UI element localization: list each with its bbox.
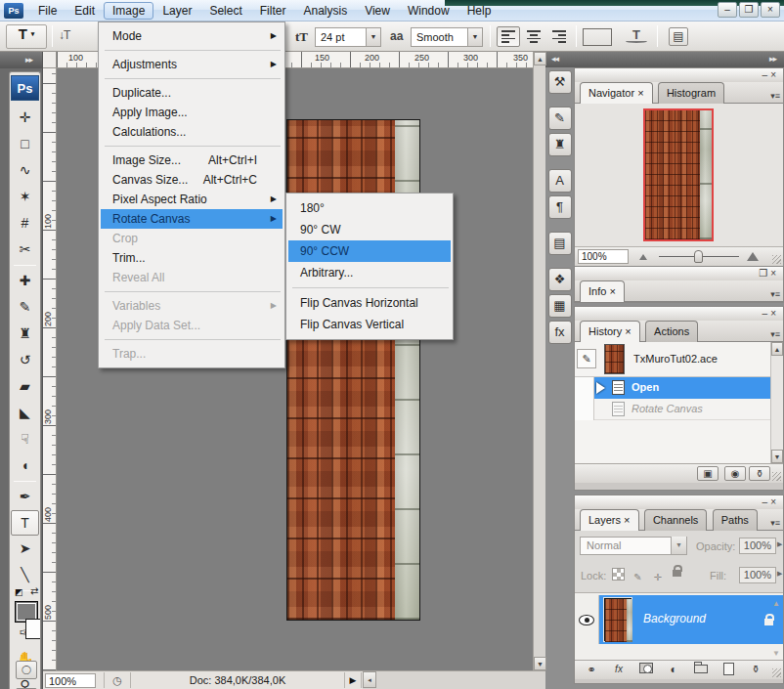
toggle-palettes-icon[interactable]: ▤ bbox=[669, 27, 688, 46]
scroll-left-icon[interactable]: ◂ bbox=[363, 671, 376, 688]
tool-line[interactable]: ╲ bbox=[10, 562, 40, 588]
submenu-item-arbitrary[interactable]: Arbitrary... bbox=[288, 262, 451, 283]
tool-dodge[interactable]: ◖ bbox=[10, 452, 40, 479]
menu-item-duplicate[interactable]: Duplicate... bbox=[101, 83, 283, 103]
tool-gradient[interactable]: ◣ bbox=[10, 400, 40, 426]
close-panel-icon[interactable]: × bbox=[770, 268, 779, 279]
align-right-button[interactable] bbox=[547, 26, 571, 47]
tool-slice[interactable]: ✂ bbox=[10, 237, 40, 263]
maximize-panel-icon[interactable]: ❐ bbox=[759, 268, 770, 279]
restore-button[interactable]: ❐ bbox=[739, 2, 759, 18]
scroll-down-icon[interactable]: ▼ bbox=[772, 649, 780, 658]
panel-icon-styles[interactable]: fx bbox=[548, 321, 572, 344]
menu-item-canvas-size[interactable]: Canvas Size...Alt+Ctrl+C bbox=[101, 170, 283, 190]
menu-item-calculations[interactable]: Calculations... bbox=[101, 122, 283, 142]
tool-path-select[interactable]: ➤ bbox=[10, 536, 40, 562]
menu-item-image-size[interactable]: Image Size...Alt+Ctrl+I bbox=[101, 151, 283, 170]
lock-transparency-icon[interactable] bbox=[612, 568, 625, 581]
delete-layer-button[interactable]: ⚱ bbox=[745, 663, 766, 677]
ps-logo[interactable]: Ps bbox=[11, 75, 39, 101]
status-options-icon[interactable]: ▶ bbox=[344, 672, 362, 688]
minimize-button[interactable]: – bbox=[718, 2, 737, 18]
panel-menu-icon[interactable]: ▾≡ bbox=[770, 91, 780, 101]
submenu-item-180[interactable]: 180° bbox=[288, 197, 451, 219]
quick-mask-button[interactable]: ◯ bbox=[16, 661, 37, 679]
scroll-down-icon[interactable]: ▼ bbox=[534, 657, 546, 670]
history-state-row[interactable]: Open bbox=[575, 377, 783, 399]
lock-all-icon[interactable] bbox=[671, 564, 683, 577]
align-left-button[interactable] bbox=[497, 26, 520, 47]
close-button[interactable]: × bbox=[761, 2, 780, 18]
tool-crop[interactable]: # bbox=[10, 210, 40, 237]
tab-close-icon[interactable]: × bbox=[637, 87, 643, 99]
eye-icon[interactable] bbox=[579, 615, 594, 625]
panel-icon-paragraph[interactable]: ¶ bbox=[548, 195, 572, 219]
tab-paths[interactable]: Paths bbox=[713, 509, 758, 531]
add-mask-button[interactable] bbox=[635, 663, 657, 677]
navigator-thumbnail[interactable] bbox=[644, 109, 713, 240]
menu-item-apply-image[interactable]: Apply Image... bbox=[101, 103, 283, 122]
tab-history[interactable]: History × bbox=[580, 321, 640, 342]
menu-analysis[interactable]: Analysis bbox=[294, 2, 356, 20]
menu-view[interactable]: View bbox=[356, 2, 399, 20]
menu-item-crop[interactable]: Crop bbox=[101, 229, 283, 248]
slider-thumb[interactable] bbox=[694, 250, 703, 263]
zoom-in-icon[interactable] bbox=[747, 252, 759, 261]
link-layers-button[interactable]: ⚭ bbox=[581, 663, 602, 677]
tab-navigator[interactable]: Navigator × bbox=[580, 82, 653, 104]
close-panel-icon[interactable]: × bbox=[770, 496, 779, 507]
new-group-button[interactable] bbox=[690, 663, 712, 677]
resize-grip[interactable] bbox=[772, 255, 781, 264]
minimize-panel-icon[interactable]: – bbox=[762, 69, 771, 80]
new-document-from-state-button[interactable]: ▣ bbox=[697, 466, 719, 481]
submenu-item-flip-canvas-vertical[interactable]: Flip Canvas Vertical bbox=[288, 314, 451, 335]
tool-smudge[interactable]: ☟ bbox=[10, 426, 40, 452]
layer-thumbnail[interactable] bbox=[604, 598, 632, 641]
navigator-zoom-field[interactable]: 100% bbox=[578, 249, 629, 264]
panel-icon-clone-source[interactable]: ♜ bbox=[548, 133, 572, 156]
panel-menu-icon[interactable]: ▾≡ bbox=[770, 329, 780, 339]
adjustment-layer-button[interactable]: ◐ bbox=[663, 663, 684, 677]
minimize-panel-icon[interactable]: – bbox=[762, 308, 771, 319]
tool-clone-stamp[interactable]: ♜ bbox=[10, 321, 40, 347]
text-orientation-icon[interactable]: ↓T bbox=[59, 28, 69, 42]
layer-visibility-well[interactable] bbox=[575, 595, 599, 644]
scroll-up-icon[interactable]: ▲ bbox=[534, 52, 546, 65]
lock-position-icon[interactable]: ✛ bbox=[651, 571, 664, 583]
history-brush-checkbox[interactable] bbox=[575, 399, 594, 420]
menu-item-pixel-aspect-ratio[interactable]: Pixel Aspect Ratio▶ bbox=[101, 190, 283, 209]
tab-histogram[interactable]: Histogram bbox=[658, 82, 724, 104]
dock-collapse-handle[interactable]: ▸▸ bbox=[0, 52, 42, 68]
layer-style-button[interactable]: fx bbox=[608, 663, 630, 677]
close-panel-icon[interactable]: × bbox=[770, 308, 779, 319]
navigator-zoom-slider[interactable] bbox=[659, 256, 739, 257]
tool-brush[interactable]: ✎ bbox=[10, 294, 40, 321]
menu-item-rotate-canvas[interactable]: Rotate Canvas▶ bbox=[101, 209, 283, 229]
resize-grip[interactable] bbox=[772, 668, 781, 677]
menu-file[interactable]: File bbox=[29, 2, 65, 20]
font-size-select[interactable]: 24 pt ▼ bbox=[315, 27, 381, 47]
warp-text-icon[interactable]: T bbox=[626, 27, 647, 47]
tool-move[interactable]: ✛ bbox=[10, 105, 40, 131]
tool-healing-brush[interactable]: ✚ bbox=[10, 268, 40, 294]
tab-close-icon[interactable]: × bbox=[624, 514, 630, 526]
panel-icon-layer-comps[interactable]: ▤ bbox=[548, 232, 572, 255]
panel-icon-brushes[interactable]: ✎ bbox=[548, 107, 572, 130]
resize-grip[interactable] bbox=[772, 472, 781, 481]
default-colors-icon[interactable]: ◩ bbox=[15, 587, 23, 597]
menu-edit[interactable]: Edit bbox=[65, 2, 104, 20]
tool-preset-picker[interactable]: T ▾ bbox=[6, 24, 47, 49]
tab-channels[interactable]: Channels bbox=[644, 509, 707, 531]
submenu-item-90-ccw[interactable]: 90° CCW bbox=[288, 240, 451, 262]
menu-select[interactable]: Select bbox=[200, 2, 250, 20]
menu-filter[interactable]: Filter bbox=[251, 2, 295, 20]
scroll-down-icon[interactable]: ▼ bbox=[771, 450, 783, 463]
panel-dock-collapse-handle[interactable]: ▸▸ bbox=[574, 52, 784, 67]
new-snapshot-button[interactable]: ◉ bbox=[724, 466, 746, 481]
tool-marquee[interactable]: □ bbox=[10, 131, 40, 157]
submenu-item-90-cw[interactable]: 90° CW bbox=[288, 219, 451, 240]
menu-item-trim[interactable]: Trim... bbox=[101, 248, 283, 268]
tab-actions[interactable]: Actions bbox=[645, 321, 698, 342]
menu-image[interactable]: Image bbox=[104, 2, 153, 20]
canvas-vertical-scrollbar[interactable]: ▲ ▼ bbox=[533, 52, 545, 670]
